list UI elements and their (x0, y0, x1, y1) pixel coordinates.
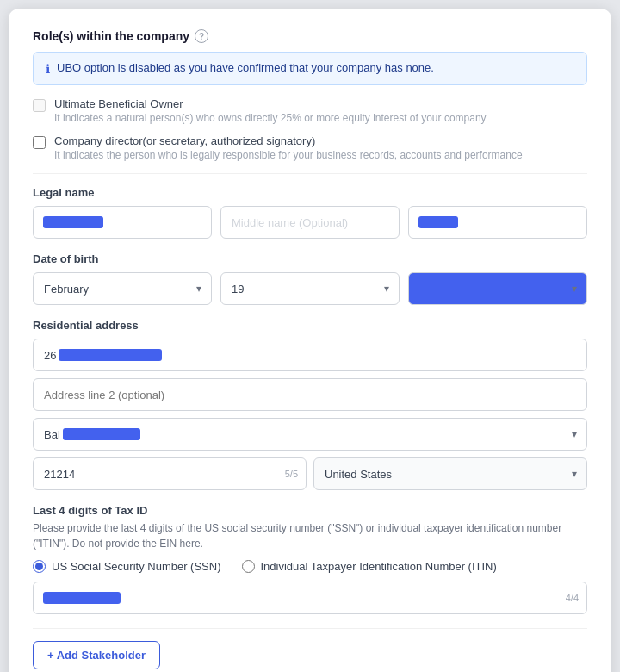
dob-section: Date of birth February January March 19 (33, 252, 587, 305)
info-icon: ℹ (46, 62, 50, 76)
first-name-wrap (33, 206, 212, 239)
year-select[interactable] (408, 272, 587, 305)
middle-name-wrap (220, 206, 400, 239)
zip-count: 5/5 (285, 469, 298, 479)
country-select-wrap: United States (313, 457, 587, 490)
address-label: Residential address (33, 319, 587, 332)
info-banner-text: UBO option is disabled as you have confi… (57, 61, 434, 74)
add-stakeholder-button[interactable]: + Add Stakeholder (33, 641, 160, 669)
ssn-radio-label[interactable]: US Social Security Number (SSN) (33, 560, 221, 573)
legal-name-section: Legal name (33, 186, 587, 239)
month-select-wrap: February January March (33, 272, 212, 305)
middle-name-input[interactable] (220, 206, 400, 239)
zip-country-row: 5/5 United States (33, 457, 587, 490)
ubo-checkbox-row: Ultimate Beneficial Owner It indicates a… (33, 97, 587, 124)
country-select[interactable]: United States (313, 457, 587, 490)
tax-desc: Please provide the last 4 digits of the … (33, 520, 587, 551)
ssn-label: US Social Security Number (SSN) (52, 560, 221, 573)
address-line2-wrap (33, 378, 587, 411)
ubo-label-group: Ultimate Beneficial Owner It indicates a… (54, 97, 487, 124)
name-row (33, 206, 587, 239)
itin-label: Individual Taxpayer Identification Numbe… (261, 560, 497, 573)
legal-name-label: Legal name (33, 186, 587, 199)
day-select-wrap: 19 (220, 272, 400, 305)
tax-section: Last 4 digits of Tax ID Please provide t… (33, 504, 587, 614)
dob-row: February January March 19 (33, 272, 587, 305)
ubo-info-banner: ℹ UBO option is disabled as you have con… (33, 52, 587, 85)
tax-input[interactable] (33, 582, 587, 614)
address-section: Residential address Bal ▾ 5/5 (33, 319, 587, 490)
radio-group: US Social Security Number (SSN) Individu… (33, 560, 587, 573)
director-checkbox-row: Company director(or secretary, authorize… (33, 134, 587, 161)
director-desc: It indicates the person who is legally r… (54, 149, 523, 161)
itin-radio[interactable] (242, 560, 255, 573)
day-select[interactable]: 19 (220, 272, 400, 305)
month-select[interactable]: February January March (33, 272, 212, 305)
city-select[interactable]: Bal (33, 418, 587, 451)
main-card: Role(s) within the company ? ℹ UBO optio… (9, 9, 611, 672)
itin-radio-label[interactable]: Individual Taxpayer Identification Numbe… (242, 560, 497, 573)
year-select-wrap (408, 272, 587, 305)
zip-field-wrap: 5/5 (33, 457, 307, 490)
first-name-input[interactable] (33, 206, 212, 239)
zip-input[interactable] (33, 457, 307, 490)
ubo-label: Ultimate Beneficial Owner (54, 97, 487, 110)
divider-1 (33, 173, 587, 174)
address-line2-input[interactable] (33, 378, 587, 411)
ubo-desc: It indicates a natural person(s) who own… (54, 112, 487, 124)
director-label-group: Company director(or secretary, authorize… (54, 134, 523, 161)
dob-label: Date of birth (33, 252, 587, 265)
tax-title: Last 4 digits of Tax ID (33, 504, 587, 517)
roles-section: Role(s) within the company ? ℹ UBO optio… (33, 29, 587, 161)
director-label: Company director(or secretary, authorize… (54, 134, 523, 147)
last-name-wrap (408, 206, 587, 239)
ssn-radio[interactable] (33, 560, 46, 573)
last-name-input[interactable] (408, 206, 587, 239)
tax-input-wrap: 4/4 (33, 582, 587, 614)
ubo-checkbox[interactable] (33, 99, 46, 112)
divider-2 (33, 628, 587, 629)
address-line1-wrap (33, 339, 587, 371)
director-checkbox[interactable] (33, 136, 46, 149)
roles-title: Role(s) within the company ? (33, 29, 587, 43)
address-line1-input[interactable] (33, 339, 587, 371)
city-select-wrap: Bal ▾ (33, 418, 587, 451)
help-icon[interactable]: ? (195, 29, 208, 43)
roles-title-text: Role(s) within the company (33, 29, 189, 43)
tax-count: 4/4 (566, 593, 579, 603)
